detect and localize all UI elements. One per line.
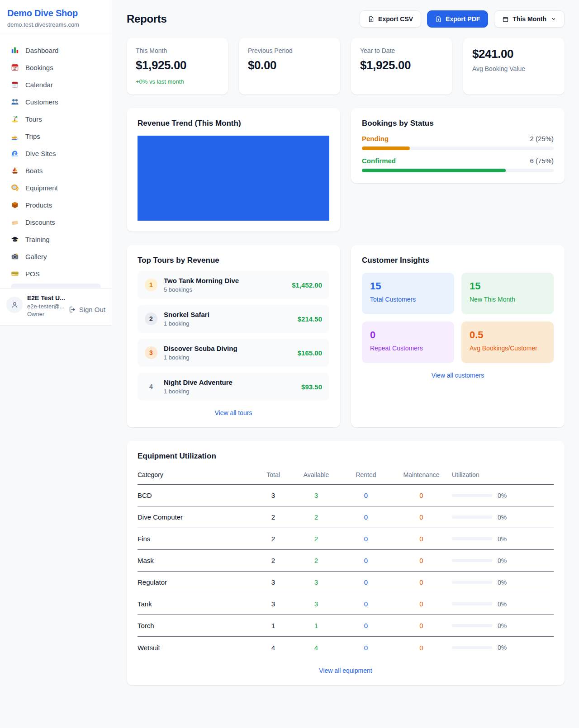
status-label: Confirmed [362, 157, 396, 165]
column-header-utilization: Utilization [452, 471, 554, 478]
equipment-total: 3 [255, 600, 291, 608]
sidebar-item-calendar[interactable]: Calendar [5, 76, 106, 93]
people-icon [10, 97, 20, 106]
calendar-date-icon: 17 [10, 63, 20, 72]
stat-card-avg-booking-value: $241.00 Avg Booking Value [463, 38, 565, 95]
sidebar-item-trips[interactable]: Trips [5, 128, 106, 145]
file-download-icon [368, 16, 375, 23]
svg-text:17: 17 [13, 67, 17, 70]
equipment-available: 2 [291, 535, 341, 543]
stat-card-previous-period: Previous Period $0.00 [239, 38, 340, 95]
view-all-customers-link[interactable]: View all customers [362, 372, 554, 379]
sidebar-item-label: Boats [25, 167, 43, 175]
sidebar-item-boats[interactable]: Boats [5, 162, 106, 179]
equipment-category: Regulator [138, 578, 255, 586]
utilization-bar [452, 602, 493, 605]
equipment-maintenance: 0 [391, 600, 452, 608]
table-row: Dive Computer 2 2 0 0 0% [138, 506, 554, 528]
tour-row: 2 Snorkel Safari 1 booking $214.50 [138, 305, 329, 333]
utilization-label: 0% [498, 622, 507, 629]
progress-fill [362, 169, 506, 172]
credit-card-icon [10, 269, 20, 278]
sidebar-item-products[interactable]: Products [5, 196, 106, 213]
top-tours-title: Top Tours by Revenue [138, 256, 329, 265]
tile-repeat-customers: 0 Repeat Customers [362, 321, 454, 363]
tour-bookings: 1 booking [164, 354, 237, 361]
equipment-maintenance: 0 [391, 535, 452, 543]
view-all-tours-link[interactable]: View all tours [138, 409, 329, 416]
sidebar-item-equipment[interactable]: Equipment [5, 179, 106, 196]
equipment-category: BCD [138, 492, 255, 499]
sidebar-item-gallery[interactable]: Gallery [5, 248, 106, 265]
top-tours-card: Top Tours by Revenue 1 Two Tank Morning … [127, 245, 340, 427]
tile-value: 0.5 [470, 329, 546, 341]
export-csv-button[interactable]: Export CSV [360, 10, 421, 28]
utilization-label: 0% [498, 600, 507, 608]
tour-amount: $93.50 [301, 383, 322, 391]
equipment-category: Wetsuit [138, 644, 255, 652]
column-header-rented: Rented [341, 471, 391, 478]
utilization-bar [452, 515, 493, 519]
active-nav-sliver [11, 284, 101, 288]
equipment-total: 1 [255, 622, 291, 629]
tile-total-customers: 15 Total Customers [362, 273, 454, 314]
equipment-total: 2 [255, 557, 291, 564]
file-download-icon [435, 16, 442, 23]
speedboat-icon [10, 132, 20, 141]
table-row: Fins 2 2 0 0 0% [138, 528, 554, 550]
graduation-cap-icon [10, 235, 20, 244]
equipment-rented: 0 [341, 513, 391, 521]
status-count: 2 (25%) [530, 135, 554, 142]
stat-card-year-to-date: Year to Date $1,925.00 [351, 38, 452, 95]
tile-value: 0 [370, 329, 446, 341]
tear-calendar-icon [10, 80, 20, 89]
tour-amount: $214.50 [298, 315, 322, 323]
equipment-table-header: Category Total Available Rented Maintena… [138, 467, 554, 485]
user-info: E2E Test U... e2e-tester@... Owner [27, 294, 64, 317]
equipment-maintenance: 0 [391, 557, 452, 564]
view-all-equipment-link[interactable]: View all equipment [138, 667, 554, 674]
equipment-category: Fins [138, 535, 255, 543]
sidebar-item-customers[interactable]: Customers [5, 93, 106, 110]
period-dropdown[interactable]: This Month [494, 10, 565, 28]
camera-icon [10, 252, 20, 261]
tour-bookings: 5 bookings [164, 286, 239, 293]
sidebar-item-dive-sites[interactable]: Dive Sites [5, 145, 106, 162]
equipment-available: 2 [291, 557, 341, 564]
stat-label: Avg Booking Value [472, 65, 555, 72]
sign-out-button[interactable]: Sign Out [68, 302, 105, 317]
sidebar-item-training[interactable]: Training [5, 231, 106, 248]
page-title: Reports [127, 13, 167, 25]
tile-avg-bookings: 0.5 Avg Bookings/Customer [461, 321, 554, 363]
sidebar-item-bookings[interactable]: 17 Bookings [5, 59, 106, 76]
tour-name: Night Dive Adventure [164, 378, 233, 386]
utilization-bar [452, 581, 493, 584]
sidebar-item-label: Trips [25, 132, 40, 140]
user-email: e2e-tester@... [27, 303, 64, 310]
equipment-total: 4 [255, 644, 291, 652]
equipment-maintenance: 0 [391, 492, 452, 499]
status-label: Pending [362, 135, 389, 142]
brand-name[interactable]: Demo Dive Shop [7, 8, 104, 19]
page-header: Reports Export CSV Export PDF This Month [127, 10, 565, 28]
sidebar-item-dashboard[interactable]: Dashboard [5, 42, 106, 59]
person-icon [10, 301, 19, 309]
sidebar-item-label: Equipment [25, 184, 58, 192]
sign-out-icon [68, 306, 76, 313]
customer-insights-title: Customer Insights [362, 256, 554, 265]
rank-badge: 3 [145, 346, 157, 359]
sidebar-item-label: Bookings [25, 64, 53, 71]
bookings-by-status-card: Bookings by Status Pending 2 (25%) Confi… [351, 108, 565, 183]
sidebar-item-tours[interactable]: Tours [5, 110, 106, 128]
equipment-category: Tank [138, 600, 255, 608]
stat-value: $0.00 [248, 58, 331, 72]
rank-badge: 4 [145, 380, 157, 393]
insights-grid: 15 Total Customers 15 New This Month 0 R… [362, 273, 554, 363]
period-label: This Month [513, 15, 546, 23]
sidebar-item-discounts[interactable]: Discounts [5, 213, 106, 231]
export-pdf-button[interactable]: Export PDF [427, 10, 488, 28]
rank-badge: 2 [145, 312, 157, 325]
table-row: Mask 2 2 0 0 0% [138, 550, 554, 572]
sidebar-item-pos[interactable]: POS [5, 265, 106, 282]
sidebar-item-label: Dive Sites [25, 150, 56, 157]
